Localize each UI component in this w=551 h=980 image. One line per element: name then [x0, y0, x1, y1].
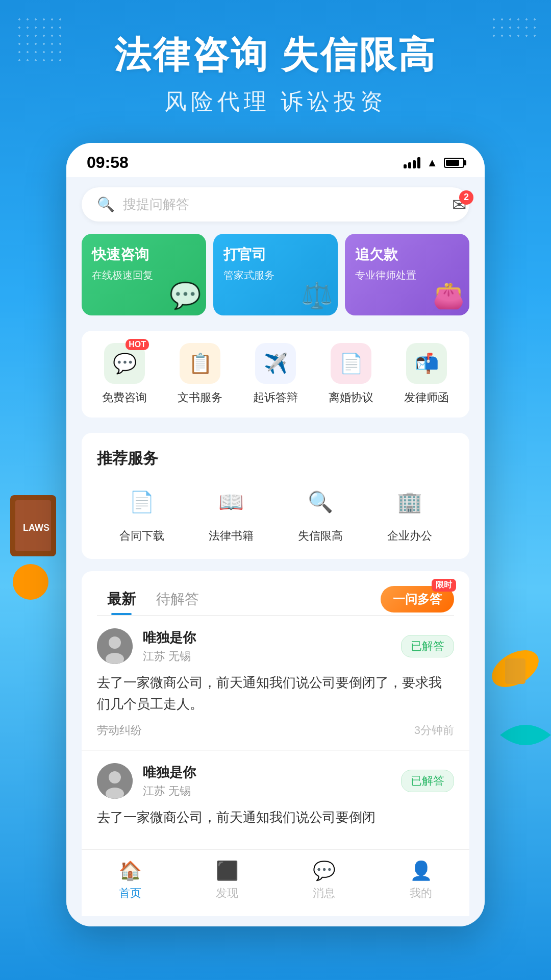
- quick-card-lawsuit-sub: 管家式服务: [223, 268, 328, 282]
- recommend-item-credit[interactable]: 🔍 失信限高: [298, 481, 343, 544]
- quick-card-lawsuit[interactable]: 打官司 管家式服务 ⚖️: [213, 234, 338, 315]
- qa-card-1[interactable]: 唯独是你 江苏 无锡 已解答 去了一家微商公司，前天通知我们说公司要倒闭了，要求…: [82, 616, 469, 751]
- quick-cards: 快速咨询 在线极速回复 💬 打官司 管家式服务 ⚖️ 追欠款 专业律师处置 👛: [82, 234, 469, 315]
- service-label-free-consult: 免费咨询: [102, 390, 147, 405]
- recommend-title: 推荐服务: [97, 448, 454, 469]
- bottom-nav: 🏠 首页 ⬛ 发现 💬 消息 👤 我的: [82, 849, 469, 916]
- nav-label-message: 消息: [313, 886, 335, 901]
- service-label-letter: 发律师函: [404, 390, 449, 405]
- qa-time-1: 3分钟前: [414, 723, 454, 738]
- nav-icon-home: 🏠: [119, 860, 142, 881]
- qa-location-2: 江苏 无锡: [143, 783, 401, 799]
- recommend-label-contract: 合同下载: [119, 528, 164, 544]
- nav-icon-profile: 👤: [410, 860, 433, 881]
- search-bar[interactable]: 🔍 搜提问解答 ✉ 2: [82, 187, 469, 222]
- svg-point-4: [109, 771, 121, 783]
- battery-icon: [444, 158, 464, 168]
- deco-right-teal: [500, 715, 551, 757]
- quick-card-debt-icon: 👛: [433, 281, 464, 310]
- qa-location-1: 江苏 无锡: [143, 649, 401, 664]
- qa-username-2: 唯独是你: [143, 764, 401, 781]
- service-icon-document: 📋: [180, 343, 220, 384]
- svg-text:LAWS: LAWS: [23, 523, 49, 533]
- message-button[interactable]: ✉ 2: [444, 189, 474, 220]
- nav-icon-message: 💬: [313, 860, 336, 881]
- wifi-icon: ▲: [427, 156, 438, 169]
- recommend-label-credit: 失信限高: [298, 528, 343, 544]
- nav-item-profile[interactable]: 👤 我的: [410, 860, 433, 901]
- limited-badge: 限时: [432, 579, 456, 592]
- tabs-row: 最新 待解答 限时 一问多答: [97, 583, 454, 616]
- recommend-item-books[interactable]: 📖 法律书籍: [209, 481, 254, 544]
- deco-left-book: LAWS: [5, 485, 66, 564]
- svg-rect-11: [505, 658, 525, 684]
- nav-item-discover[interactable]: ⬛ 发现: [216, 860, 239, 901]
- recommend-label-books: 法律书籍: [209, 528, 254, 544]
- service-icon-free-consult: 💬 HOT: [104, 343, 145, 384]
- quick-card-debt[interactable]: 追欠款 专业律师处置 👛: [345, 234, 469, 315]
- phone-mockup: 09:58 ▲ 🔍 搜提问解答 ✉: [66, 143, 485, 926]
- recommend-label-enterprise: 企业办公: [387, 528, 432, 544]
- qa-avatar-2: [97, 763, 133, 799]
- service-icons: 💬 HOT 免费咨询 📋 文书服务 ✈️ 起诉答辩 📄 离婚协议: [82, 331, 469, 418]
- status-bar: 09:58 ▲: [66, 143, 485, 177]
- signal-icon: [404, 157, 420, 168]
- search-placeholder-text: 搜提问解答: [123, 195, 454, 213]
- nav-item-message[interactable]: 💬 消息: [313, 860, 336, 901]
- service-item-free-consult[interactable]: 💬 HOT 免费咨询: [90, 343, 158, 405]
- hero-subtitle: 风险代理 诉讼投资: [0, 87, 551, 117]
- message-badge: 2: [459, 190, 473, 205]
- tab-multi-answer[interactable]: 限时 一问多答: [381, 586, 454, 612]
- service-label-sue: 起诉答辩: [253, 390, 298, 405]
- service-label-divorce: 离婚协议: [329, 390, 373, 405]
- recommend-icon-contract: 📄: [121, 481, 162, 522]
- recommend-grid: 📄 合同下载 📖 法律书籍 🔍 失信限高 🏢 企业办公: [97, 481, 454, 544]
- recommend-item-contract[interactable]: 📄 合同下载: [119, 481, 164, 544]
- nav-label-profile: 我的: [410, 886, 432, 901]
- quick-card-debt-title: 追欠款: [355, 245, 459, 264]
- svg-point-9: [13, 564, 48, 600]
- tab-latest[interactable]: 最新: [97, 583, 146, 615]
- qa-username-1: 唯独是你: [143, 629, 401, 647]
- nav-item-home[interactable]: 🏠 首页: [119, 860, 142, 901]
- deco-left-orange: [10, 561, 51, 604]
- quick-card-lawsuit-icon: ⚖️: [301, 281, 333, 310]
- quick-card-consult-icon: 💬: [169, 281, 201, 310]
- recommend-item-enterprise[interactable]: 🏢 企业办公: [387, 481, 432, 544]
- hot-badge: HOT: [126, 339, 149, 350]
- service-item-divorce[interactable]: 📄 离婚协议: [317, 343, 385, 405]
- service-icon-sue: ✈️: [255, 343, 296, 384]
- recommend-icon-enterprise: 🏢: [389, 481, 430, 522]
- status-icons: ▲: [404, 156, 464, 169]
- service-icon-letter: 📬: [406, 343, 447, 384]
- nav-label-home: 首页: [119, 886, 141, 901]
- quick-card-consult[interactable]: 快速咨询 在线极速回复 💬: [82, 234, 206, 315]
- answered-badge-1: 已解答: [401, 635, 454, 657]
- status-time: 09:58: [87, 153, 129, 172]
- deco-right-scroll: [485, 638, 546, 701]
- quick-card-consult-title: 快速咨询: [92, 245, 196, 264]
- hero-title: 法律咨询 失信限高: [0, 31, 551, 80]
- quick-card-lawsuit-title: 打官司: [223, 245, 328, 264]
- service-item-letter[interactable]: 📬 发律师函: [392, 343, 460, 405]
- qa-user-info-1: 唯独是你 江苏 无锡: [143, 629, 401, 664]
- svg-point-1: [109, 636, 121, 649]
- qa-card-2[interactable]: 唯独是你 江苏 无锡 已解答 去了一家微商公司，前天通知我们说公司要倒闭: [82, 751, 469, 849]
- search-icon: 🔍: [97, 196, 115, 213]
- tabs-section: 最新 待解答 限时 一问多答: [82, 571, 469, 616]
- quick-card-debt-sub: 专业律师处置: [355, 268, 459, 282]
- service-item-sue[interactable]: ✈️ 起诉答辩: [241, 343, 309, 405]
- phone-content: 🔍 搜提问解答 ✉ 2 快速咨询 在线极速回复 💬 打官司 管家式服务 ⚖️: [66, 177, 485, 926]
- qa-card-2-header: 唯独是你 江苏 无锡 已解答: [97, 763, 454, 799]
- quick-card-consult-sub: 在线极速回复: [92, 268, 196, 282]
- answered-badge-2: 已解答: [401, 770, 454, 792]
- recommend-section: 推荐服务 📄 合同下载 📖 法律书籍 🔍 失信限高 �: [82, 433, 469, 559]
- recommend-icon-credit: 🔍: [300, 481, 341, 522]
- qa-avatar-1: [97, 628, 133, 664]
- tab-pending[interactable]: 待解答: [146, 583, 209, 615]
- qa-footer-1: 劳动纠纷 3分钟前: [97, 723, 454, 738]
- service-item-document[interactable]: 📋 文书服务: [166, 343, 234, 405]
- nav-icon-discover: ⬛: [216, 860, 239, 881]
- qa-card-1-header: 唯独是你 江苏 无锡 已解答: [97, 628, 454, 664]
- nav-label-discover: 发现: [216, 886, 238, 901]
